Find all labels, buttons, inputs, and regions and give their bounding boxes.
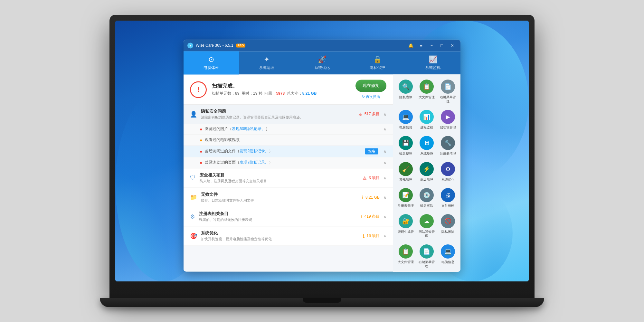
- scan-time-val: 19 秒: [253, 91, 262, 96]
- tool-reg-mgr[interactable]: 📝 注册表管理: [396, 186, 415, 210]
- junk-category-icon: 📁: [190, 194, 197, 201]
- scan-status-icon: !: [190, 81, 207, 98]
- optimization-count: ℹ 16 项目: [363, 233, 380, 239]
- tool-pc-info[interactable]: 💻 电脑信息: [396, 108, 415, 131]
- tool-pc-info2-icon: 💻: [441, 244, 455, 259]
- tool-pc-info2-label: 电脑信息: [441, 260, 454, 264]
- tool-pc-info2[interactable]: 💻 电脑信息: [439, 242, 457, 270]
- sub-item-files: ● 曾经访问过的文件（发现2隐私记录。） 忽略 ∧: [184, 146, 393, 157]
- tool-sys-slim[interactable]: 🖥 系统瘦身: [418, 134, 436, 157]
- tab-privacy[interactable]: 🔒 隐私保护: [350, 51, 405, 74]
- tool-startup-mgr-label: 启动项管理: [440, 125, 456, 129]
- tool-regular-clean[interactable]: 🧹 常规清理: [396, 160, 415, 184]
- tab-pc-check[interactable]: ⊙ 电脑体检: [184, 51, 239, 74]
- sub-chevron-pages: ∧: [384, 160, 386, 165]
- laptop-wrapper: ● Wise Care 365 - 6.5.1 PRO 🔔 ≡ － □ ✕: [100, 15, 544, 307]
- tab-sys-clean[interactable]: ✦ 系统清理: [239, 51, 294, 74]
- scan-size-label: 总大小：: [287, 91, 302, 96]
- rescan-link[interactable]: ↻ 再次扫描: [362, 94, 380, 99]
- ignore-button[interactable]: 忽略: [365, 148, 378, 154]
- category-junk-header[interactable]: 📁 无效文件 缓存、日志及临时文件等无用文件 ℹ 8.21 GB: [184, 188, 393, 207]
- menu-icon[interactable]: ≡: [417, 42, 426, 49]
- scan-title: 扫描完成。: [212, 83, 350, 90]
- security-count: ⚠ 3 项目: [363, 175, 380, 181]
- tool-sys-opt[interactable]: ⚙ 系统优化: [439, 160, 457, 184]
- sub-item-pages: ● 曾经浏览过的页面（发现7隐私记录。） ∧: [184, 157, 393, 168]
- optimization-category-title: 系统优化: [201, 230, 359, 236]
- tool-website-notify[interactable]: ☁ 网站通知管理: [418, 212, 436, 240]
- sub-link-images[interactable]: 发现508隐私记录。: [232, 127, 265, 131]
- sub-text-videos: 观看过的电影或视频: [205, 137, 240, 143]
- app-window: ● Wise Care 365 - 6.5.1 PRO 🔔 ≡ － □ ✕: [184, 40, 460, 271]
- tool-pwd-gen-label: 密码生成管: [398, 230, 414, 234]
- laptop-notch: [303, 298, 341, 303]
- tool-pwd-gen[interactable]: 🔐 密码生成管: [396, 212, 415, 240]
- sub-icon-pages: ●: [200, 160, 202, 165]
- nav-tabs: ⊙ 电脑体检 ✦ 系统清理 🚀 系统优化 🔒 隐私保护: [184, 51, 460, 74]
- tool-disk-erase-icon: 💿: [420, 188, 434, 202]
- tool-process-monitor-label: 进程监视: [420, 125, 433, 129]
- tool-file-shred-label: 文件粉碎: [441, 204, 454, 208]
- tool-process-monitor[interactable]: 📊 进程监视: [418, 108, 436, 131]
- tool-reg-clean[interactable]: 🔧 注册表清理: [439, 134, 457, 157]
- tool-reg-clean-label: 注册表清理: [440, 151, 456, 156]
- fix-now-button[interactable]: 现在修复: [355, 80, 386, 92]
- tool-privacy-erase[interactable]: 🔍 隐私擦除: [396, 78, 415, 105]
- category-registry-header[interactable]: ⚙ 注册表相关条目 残留的、过期的或无效的注册表键 ℹ 419 条目: [184, 207, 393, 226]
- sub-item-images: ● 浏览过的图片（发现508隐私记录。） ∧: [184, 124, 393, 135]
- optimization-chevron-icon: ∧: [384, 234, 386, 238]
- tab-sys-opt-icon: 🚀: [318, 55, 327, 64]
- tool-file-shred[interactable]: 🖨 文件粉碎: [439, 186, 457, 210]
- sub-icon-files: ●: [200, 149, 202, 154]
- tool-regular-clean-icon: 🧹: [399, 162, 413, 176]
- tool-context-menu2-icon: 📄: [420, 244, 434, 259]
- tool-reg-mgr-icon: 📝: [399, 188, 413, 202]
- scan-time-label: 用时：: [242, 91, 253, 96]
- junk-chevron-icon: ∧: [384, 195, 386, 200]
- sub-link-files[interactable]: 发现2隐私记录。: [240, 149, 269, 153]
- tool-disk-erase-label: 磁盘擦除: [420, 204, 433, 208]
- maximize-button[interactable]: □: [437, 42, 446, 49]
- tool-startup-mgr[interactable]: ▶ 启动项管理: [439, 108, 457, 131]
- sub-chevron-files: ∧: [384, 149, 386, 154]
- tool-large-file2-icon: 📋: [399, 244, 413, 259]
- settings-icon[interactable]: 🔔: [406, 42, 415, 49]
- category-optimization: 🎯 系统优化 加快开机速度、提升电脑性能及稳定性等优化 ℹ 16 项目: [184, 226, 393, 246]
- junk-category-title: 无效文件: [201, 192, 358, 197]
- sub-icon-images: ●: [200, 127, 202, 132]
- tool-disk-defrag[interactable]: 💾 磁盘整理: [396, 134, 415, 157]
- minimize-button[interactable]: －: [427, 42, 436, 49]
- sub-text-images: 浏览过的图片（发现508隐私记录。）: [205, 126, 269, 132]
- right-sidebar: 🔍 隐私擦除 📋 大文件管理 📄 右键菜单管理 💻: [393, 74, 460, 271]
- privacy-sub-items: ● 浏览过的图片（发现508隐私记录。） ∧ ● 观看过的电影或视频: [184, 124, 393, 168]
- category-privacy-header[interactable]: 👤 隐私安全问题 清除所有IE浏览历史记录、资源管理器历史记录及电脑使用痕迹。 …: [184, 105, 393, 124]
- tool-sys-opt-label: 系统优化: [441, 177, 454, 182]
- window-controls: 🔔 ≡ － □ ✕: [406, 42, 457, 49]
- category-security-header[interactable]: 🛡 安全相关项目 防火墙、注册网及远程桌面等安全相关项目 ⚠ 3 项目: [184, 168, 393, 187]
- close-button[interactable]: ✕: [448, 42, 457, 49]
- tool-context-menu2[interactable]: 📄 右键菜单管理: [418, 242, 436, 270]
- registry-category-icon: ⚙: [190, 213, 195, 220]
- tab-sys-monitor-icon: 📈: [429, 55, 437, 64]
- scan-units-label: 扫描单元数：: [212, 91, 235, 96]
- sub-link-pages[interactable]: 发现7隐私记录。: [240, 160, 269, 165]
- registry-category-desc: 残留的、过期的或无效的注册表键: [199, 217, 357, 222]
- security-category-desc: 防火墙、注册网及远程桌面等安全相关项目: [200, 179, 359, 184]
- tab-sys-monitor[interactable]: 📈 系统监视: [405, 51, 460, 74]
- category-optimization-header[interactable]: 🎯 系统优化 加快开机速度、提升电脑性能及稳定性等优化 ℹ 16 项目: [184, 226, 393, 245]
- tool-disk-erase[interactable]: 💿 磁盘擦除: [418, 186, 436, 210]
- sub-item-videos: ● 观看过的电影或视频: [184, 135, 393, 146]
- optimization-count-icon: ℹ: [363, 233, 365, 239]
- tool-context-menu[interactable]: 📄 右键菜单管理: [439, 78, 457, 105]
- tool-privacy-clean2[interactable]: 🚫 隐私擦除: [439, 212, 457, 240]
- tool-large-file2[interactable]: 📋 大文件管理: [396, 242, 415, 270]
- tool-context-menu-icon: 📄: [441, 80, 455, 94]
- tab-sys-opt[interactable]: 🚀 系统优化: [294, 51, 350, 74]
- laptop-base: [100, 298, 544, 307]
- privacy-count: ⚠ 517 条目: [358, 111, 380, 117]
- tool-website-notify-label: 网站通知管理: [418, 230, 436, 238]
- tab-sys-opt-label: 系统优化: [314, 65, 330, 71]
- tool-large-file[interactable]: 📋 大文件管理: [418, 78, 436, 105]
- tool-advanced-clean[interactable]: ⚡ 高级清理: [418, 160, 436, 184]
- tool-pwd-gen-icon: 🔐: [399, 214, 413, 228]
